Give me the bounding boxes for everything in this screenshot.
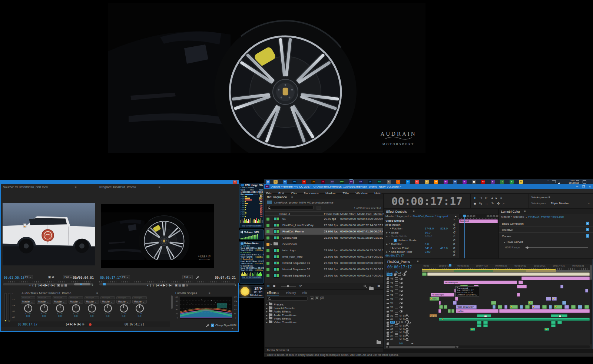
mixer-strip[interactable]: Microph...Master ⌄L R0.0 [20,296,36,317]
taskbar-app-icon[interactable]: M [444,180,448,184]
taskbar-app-icon[interactable]: V [434,180,438,184]
ec-timecode[interactable]: 00:00:17:17 [385,254,404,257]
breadcrumb[interactable]: LimeRock_promo_NEW-VO.prproj\sequence [274,201,333,204]
close-icon[interactable]: × [233,181,237,184]
track-header-v6[interactable]: V6 [384,289,422,293]
bit-depth-select[interactable]: 8 Bit ⌄ [231,324,238,330]
taskbar-app-icon[interactable]: Id [321,180,325,184]
slip-tool[interactable]: ↹ [479,202,485,205]
tray-chevron-icon[interactable]: ⌃ [547,180,549,183]
clip[interactable] [439,301,441,305]
output-select[interactable]: Master ⌄ [69,300,83,304]
clip[interactable] [562,301,566,305]
ec-playhead[interactable] [464,215,465,258]
output-select[interactable]: Master ⌄ [116,300,131,304]
playhead-handle[interactable] [449,264,451,267]
track-header-v10[interactable]: V10 [384,272,422,277]
pan-value[interactable]: 0.0 [84,315,100,317]
clamp-checkbox[interactable]: ✓ [211,324,214,327]
tray-clock[interactable]: 10:07 AM12/10/2016 [569,179,579,184]
project-row[interactable]: lime_rock_intro23.976 fps00:00:00:0000:0… [265,254,383,260]
reset-icon[interactable]: ↺ [453,242,455,246]
wrench-icon[interactable] [196,275,199,279]
rate-stretch-tool[interactable]: ⌗ [500,196,505,200]
source-zoom-select[interactable]: Fit ⌄ [24,275,33,279]
pan-value[interactable]: 0.0 [132,315,148,317]
pan-value[interactable]: 0.0 [20,315,36,317]
lumetri-master-clip[interactable]: Master * logo.psd ⌄ FinalCut_Promo * log… [501,215,564,218]
clip[interactable] [422,272,427,276]
chevron-down-icon[interactable]: ⌄ [587,202,590,205]
track-header-v8[interactable]: V8 [384,281,422,285]
clip-audio1[interactable]: Cal Co [430,314,437,317]
pan-value[interactable]: 0.0 [68,315,84,317]
track-header-a1[interactable]: A1MS [384,314,422,317]
taskbar-app-icon[interactable]: Ae [359,180,363,184]
hand-tool[interactable]: ✥ [497,202,503,205]
program-transport[interactable]: ▾ { } |◀ ◀ ▶ ▷ ▶| ▣ ▤ ▦ ⎘+ [96,284,239,289]
clip[interactable] [483,321,488,324]
start-button[interactable]: ⊞ [266,180,270,184]
taskbar-app-icon[interactable]: T [500,180,504,184]
track-header-a7[interactable]: A7MS [384,334,422,337]
track-header-a2[interactable]: A2MS [384,317,422,321]
panel-menu-icon[interactable]: ≡ [209,291,211,295]
track-header-a8[interactable]: A8MS [384,337,422,341]
filter-yuv-icon[interactable]: YU [320,297,324,300]
taskbar-app-icon[interactable]: A [302,180,306,184]
effects-folder[interactable]: ▸ Audio Effects [266,310,377,313]
output-select[interactable]: Master ⌄ [85,300,99,304]
clip[interactable] [451,309,454,313]
workspace-select[interactable]: Triple Monitor [551,202,569,205]
clip[interactable] [477,321,481,324]
panel-menu-icon[interactable]: ≡ [291,195,293,199]
filter-accelerated-icon[interactable]: ▦ [310,297,314,300]
play-around-icon[interactable]: ▸ [455,215,457,218]
taskbar-app-icon[interactable]: P [425,180,429,184]
clip[interactable] [549,305,552,309]
clip[interactable] [571,305,576,309]
clip-nested[interactable]: Nes [430,297,439,301]
minimize-icon[interactable]: ─ [576,185,578,188]
clip[interactable] [470,328,475,331]
clip[interactable] [551,314,567,317]
tab-effect-controls[interactable]: Effect Controls [386,210,407,214]
source-transport[interactable]: ▾ { } |◀ ◀ ▶ ▷ ▶| ▣ ▤ ▦+ [1,284,96,289]
pan-knob[interactable] [56,304,64,312]
ec-position[interactable]: ◔ Position1748.0828.0↺ [385,227,458,231]
selection-tool[interactable]: ➤ [474,196,480,200]
tab-bin-sequence[interactable]: Bin: sequence [267,195,287,199]
output-select[interactable]: Master ⌄ [132,300,147,304]
clip[interactable] [578,305,582,309]
ec-uniform-scale[interactable]: ✓ Uniform Scale↺ [385,239,458,243]
lumetri-rgb-curves[interactable]: ⌄ RGB Curves [503,240,523,244]
clip-white[interactable]: ▪ white [456,309,498,313]
track-header-master[interactable]: 0.0⇥ [384,341,422,345]
ec-anti-flicker[interactable]: ▸ ◔ Anti-flicker Filter0.00↺ ⊕ [385,250,458,254]
taskbar-app-icon[interactable]: Br [330,180,334,184]
project-row[interactable]: Nested Sequence 0123.976 fps00:00:00:000… [265,260,383,266]
panel-menu-icon[interactable]: ≡ [96,291,98,295]
pan-knob[interactable] [72,304,80,312]
clip[interactable] [532,305,540,309]
reset-icon[interactable]: ↺ [453,223,455,226]
taskbar-app-icon[interactable]: N [519,180,523,184]
pan-value[interactable]: 0.0 [100,315,116,317]
output-select[interactable]: Master ⌄ [100,300,115,304]
taskbar-app-icon[interactable]: N [463,180,467,184]
output-select[interactable]: Master ⌄ [21,300,35,304]
pan-value[interactable]: 0.0 [52,315,68,317]
reset-icon[interactable]: ↺ [453,227,455,230]
reset-icon[interactable]: ↺ ⊕ [453,250,458,257]
effects-folder[interactable]: ▸ Audio Transitions [266,313,377,317]
clip[interactable] [542,305,547,309]
ec-clip-bar[interactable]: logo.psd [459,219,498,223]
source-timecode[interactable]: 00:01:50:18 [4,276,24,279]
lumetri-section-curves[interactable]: Curves✓ [499,232,593,239]
track-header-v1[interactable]: V1 [384,309,422,313]
clip-frames2[interactable]: ▪ Frames.ps [431,293,454,297]
search-input[interactable] [267,206,314,210]
clip[interactable] [444,305,447,309]
effects-folder[interactable]: ▸ Lumetri Presets [266,306,377,310]
taskbar-app-icon[interactable]: Ai [311,180,315,184]
